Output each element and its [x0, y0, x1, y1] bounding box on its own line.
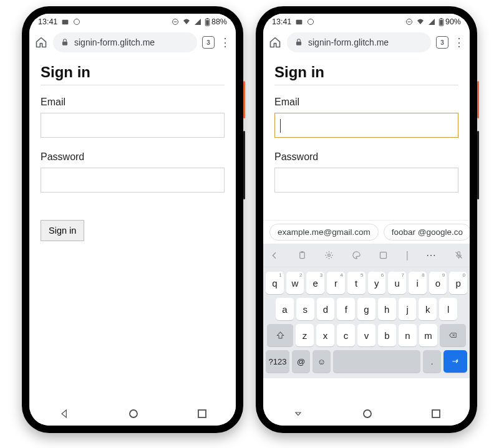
key-r[interactable]: r4 [327, 272, 345, 294]
home-icon[interactable] [34, 36, 48, 49]
password-field[interactable] [274, 168, 458, 193]
on-screen-keyboard: | ⋯ q1w2e3r4t5y6u7i8o9p0 asdfghjkl zxcvb… [263, 244, 470, 378]
key-t[interactable]: t5 [347, 272, 366, 294]
status-time: 13:41 [38, 17, 57, 26]
page-content: Sign in Email Password Sign in [29, 55, 236, 402]
tab-count[interactable]: 3 [436, 36, 448, 49]
back-icon[interactable] [59, 409, 69, 419]
key-a[interactable]: a [276, 298, 294, 320]
key-k[interactable]: k [419, 298, 437, 320]
battery-indicator: 90% [438, 17, 461, 26]
key-u[interactable]: u7 [388, 272, 406, 294]
key-b[interactable]: b [378, 324, 396, 346]
key-i[interactable]: i8 [409, 272, 427, 294]
kebab-menu-icon[interactable]: ⋮ [220, 36, 231, 49]
key-n[interactable]: n [399, 324, 417, 346]
key-x[interactable]: x [316, 324, 334, 346]
divider [41, 85, 225, 85]
wifi-icon [182, 18, 191, 26]
page-title: Sign in [41, 64, 225, 81]
key-v[interactable]: v [357, 324, 375, 346]
android-nav-bar [263, 402, 470, 426]
messages-icon [61, 18, 69, 26]
browser-toolbar: signin-form.glitch.me 3 ⋮ [29, 30, 236, 55]
space-key[interactable] [333, 350, 420, 373]
email-field[interactable] [274, 113, 458, 138]
svg-rect-16 [440, 19, 443, 24]
page-title: Sign in [274, 64, 458, 81]
backspace-key[interactable] [440, 324, 466, 346]
key-w[interactable]: w2 [286, 272, 304, 294]
clipboard-icon[interactable] [298, 250, 307, 260]
sync-icon [73, 18, 80, 26]
svg-rect-9 [198, 410, 206, 417]
password-label: Password [274, 151, 458, 163]
lock-icon [294, 38, 303, 47]
key-f[interactable]: f [337, 298, 355, 320]
svg-rect-15 [440, 18, 442, 19]
key-g[interactable]: g [357, 298, 375, 320]
browser-toolbar: signin-form.glitch.me 3 ⋮ [263, 30, 470, 55]
key-z[interactable]: z [296, 324, 314, 346]
battery-indicator: 88% [205, 17, 227, 26]
gear-icon[interactable] [324, 250, 334, 260]
sign-in-button[interactable]: Sign in [41, 220, 84, 241]
home-icon[interactable] [268, 36, 282, 49]
palette-icon[interactable] [352, 250, 361, 260]
key-c[interactable]: c [337, 324, 355, 346]
key-j[interactable]: j [399, 298, 417, 320]
svg-rect-7 [62, 42, 67, 45]
enter-key[interactable] [443, 350, 467, 373]
signal-icon [194, 18, 201, 26]
more-icon[interactable]: ⋯ [426, 249, 436, 261]
autofill-suggestions: example.me@gmail.com foobar @google.co [263, 220, 470, 244]
status-time: 13:41 [272, 17, 291, 26]
email-field[interactable] [41, 113, 225, 138]
password-field[interactable] [41, 168, 225, 193]
emoji-key[interactable]: ☺ [312, 350, 331, 373]
url-text: signin-form.glitch.me [308, 37, 389, 47]
home-nav-icon[interactable] [362, 409, 372, 419]
dnd-icon [172, 18, 179, 26]
key-s[interactable]: s [296, 298, 314, 320]
dnd-icon [405, 18, 413, 26]
autofill-chip[interactable]: example.me@gmail.com [269, 224, 379, 241]
key-y[interactable]: y6 [368, 272, 386, 294]
key-h[interactable]: h [378, 298, 396, 320]
key-d[interactable]: d [317, 298, 335, 320]
sync-icon [307, 18, 314, 26]
recents-icon[interactable] [198, 409, 206, 418]
lock-icon [61, 38, 69, 47]
messages-icon [295, 18, 303, 26]
tab-count[interactable]: 3 [202, 36, 215, 49]
svg-rect-26 [432, 410, 440, 417]
svg-point-8 [130, 410, 137, 417]
key-e[interactable]: e3 [306, 272, 324, 294]
kebab-menu-icon[interactable]: ⋮ [453, 36, 465, 49]
key-p[interactable]: p0 [449, 272, 467, 294]
key-l[interactable]: l [439, 298, 457, 320]
svg-rect-5 [206, 18, 208, 19]
url-bar[interactable]: signin-form.glitch.me [53, 32, 197, 52]
recents-icon[interactable] [432, 409, 440, 418]
signal-icon [428, 18, 435, 26]
home-nav-icon[interactable] [128, 409, 138, 419]
text-cursor [280, 119, 281, 133]
shift-key[interactable] [267, 324, 293, 346]
symbols-key[interactable]: ?123 [266, 350, 289, 373]
svg-point-11 [308, 19, 314, 25]
key-m[interactable]: m [419, 324, 437, 346]
period-key[interactable]: . [423, 350, 441, 373]
at-key[interactable]: @ [292, 350, 310, 373]
email-label: Email [41, 97, 225, 108]
url-bar[interactable]: signin-form.glitch.me [287, 32, 431, 52]
key-o[interactable]: o9 [429, 272, 447, 294]
keyboard-dismiss-icon[interactable] [293, 409, 303, 419]
sticker-icon[interactable] [379, 250, 388, 260]
key-q[interactable]: q1 [266, 272, 284, 294]
mic-off-icon[interactable] [454, 250, 463, 260]
autofill-chip[interactable]: foobar @google.co [384, 224, 470, 241]
chevron-left-icon[interactable] [269, 250, 279, 260]
status-bar: 13:41 90% [263, 14, 470, 30]
email-label: Email [274, 97, 458, 108]
